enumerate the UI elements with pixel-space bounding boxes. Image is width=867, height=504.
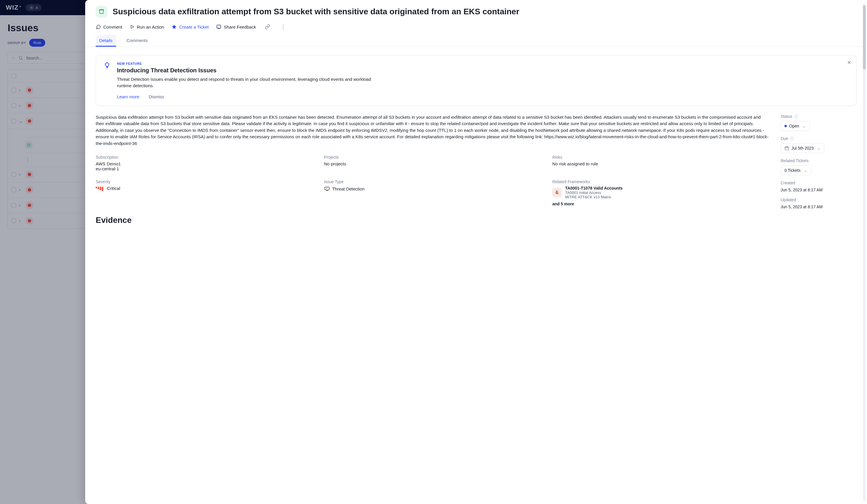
action-bar: Comment Run an Action Create a Ticket Sh… (96, 22, 856, 35)
tickets-select[interactable]: 0 Tickets ⌄ (781, 165, 811, 175)
status-select[interactable]: Open ⌄ (781, 121, 810, 131)
severity-label: Severity (96, 179, 312, 184)
link-icon (265, 24, 270, 30)
ticket-icon (172, 24, 177, 30)
updated-label: Updated (781, 197, 856, 202)
type-label: Issue Type (324, 179, 541, 184)
subscription-label: Subscription (96, 155, 312, 160)
subscription-region: eu-central-1 (96, 166, 312, 171)
framework-item[interactable]: & TA0001-T1078 Valid Accounts TA0001 Ini… (552, 186, 769, 199)
severity-bars-icon (96, 187, 103, 191)
create-ticket-button[interactable]: Create a Ticket (172, 24, 208, 30)
learn-more-link[interactable]: Learn more (117, 94, 139, 99)
svg-rect-8 (217, 25, 221, 28)
run-action-button[interactable]: Run an Action (130, 24, 164, 30)
subscription-value: AWS Demo1 (96, 161, 312, 166)
due-label: Due i (781, 136, 856, 141)
chevron-down-icon: ⌄ (817, 146, 821, 150)
risks-label: Risks (552, 155, 769, 160)
feature-callout: NEW FEATURE Introducing Threat Detection… (96, 55, 856, 106)
more-icon: ⋮ (281, 24, 286, 30)
comment-button[interactable]: Comment (96, 24, 122, 30)
feedback-icon (216, 24, 222, 30)
info-icon[interactable]: i (790, 137, 794, 141)
bucket-icon (96, 6, 107, 18)
tab-comments[interactable]: Comments (123, 35, 151, 47)
link-button[interactable] (264, 23, 271, 31)
close-icon (847, 60, 852, 65)
frameworks-label: Related Frameworks (552, 179, 769, 184)
play-icon (130, 24, 135, 29)
chevron-down-icon: ⌄ (803, 124, 806, 128)
scrollbar-thumb[interactable] (863, 5, 866, 69)
tabs: Details Comments (85, 35, 867, 47)
issue-description: Suspicious data exfiltration attempt fro… (96, 114, 769, 147)
framework-icon: & (552, 188, 561, 197)
framework-sub2: MITRE ATT&CK v13 Matrix (565, 195, 622, 199)
due-select[interactable]: Jul 5th 2023 ⌄ (781, 143, 824, 153)
severity-value: Critical (96, 186, 312, 191)
new-feature-badge: NEW FEATURE (117, 62, 379, 65)
status-label: Status i (781, 114, 856, 119)
comment-icon (96, 24, 101, 30)
framework-title: TA0001-T1078 Valid Accounts (565, 186, 622, 191)
framework-sub1: TA0001 Initial Access (565, 191, 622, 195)
scrollbar-track[interactable] (863, 3, 866, 501)
created-label: Created (781, 181, 856, 185)
risks-value: No risk assigned to rule (552, 161, 769, 166)
panel-title: Suspicious data exfiltration attempt fro… (113, 7, 519, 16)
projects-value: No projects (324, 161, 541, 166)
feature-description: Threat Detection Issues enable you detec… (117, 76, 379, 89)
tab-details[interactable]: Details (96, 35, 116, 47)
share-feedback-button[interactable]: Share Feedback (216, 24, 256, 30)
svg-rect-10 (785, 147, 789, 150)
info-icon[interactable]: i (794, 114, 798, 118)
feature-title: Introducing Threat Detection Issues (117, 67, 379, 74)
tickets-label: Related Tickets (781, 158, 856, 163)
issue-detail-panel: Suspicious data exfiltration attempt fro… (85, 0, 867, 504)
type-value: Threat Detection (324, 186, 541, 192)
calendar-icon (784, 146, 789, 150)
evidence-heading: Evidence (96, 216, 769, 225)
status-dot-icon (784, 125, 787, 127)
lightbulb-icon (104, 62, 112, 99)
threat-icon (324, 186, 330, 192)
dismiss-button[interactable]: Dismiss (149, 94, 164, 99)
created-value: Jun 5, 2023 at 8:17 AM (781, 187, 856, 192)
more-button[interactable]: ⋮ (279, 23, 287, 31)
svg-rect-9 (325, 187, 329, 190)
chevron-down-icon: ⌄ (804, 168, 807, 173)
projects-label: Projects (324, 155, 541, 160)
close-button[interactable] (847, 60, 852, 65)
and-more-link[interactable]: and 5 more (552, 202, 769, 206)
updated-value: Jun 5, 2023 at 8:17 AM (781, 204, 856, 209)
